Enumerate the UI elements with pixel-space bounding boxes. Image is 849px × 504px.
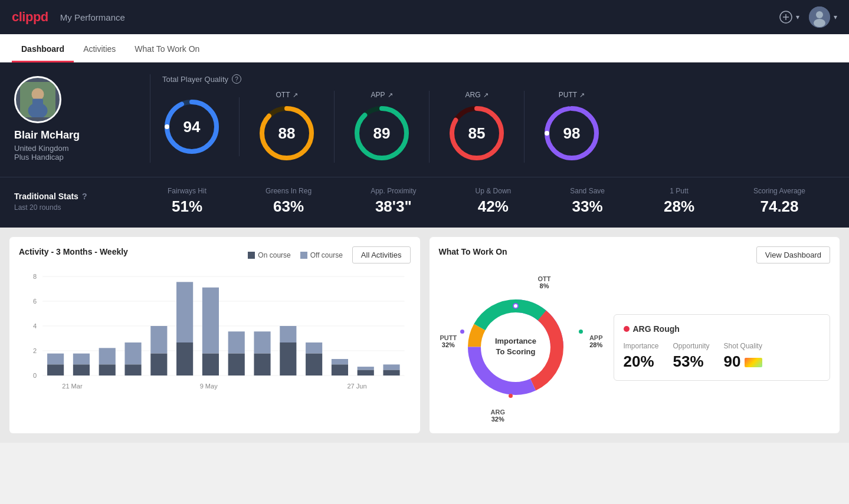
putt-arrow-icon: ↗	[579, 91, 585, 99]
quality-header: Total Player Quality ?	[162, 74, 835, 84]
gauge-value-ott: 88	[278, 124, 296, 143]
svg-text:2: 2	[33, 347, 37, 354]
stats-label-area: Traditional Stats ? Last 20 rounds	[14, 192, 138, 212]
gauge-app: APP ↗ 89	[335, 91, 430, 163]
wtwo-header: What To Work On View Dashboard	[439, 246, 831, 263]
arg-rough-stats: Importance 20% Opportunity 53% Shot Qual…	[624, 342, 821, 371]
stats-section: Traditional Stats ? Last 20 rounds Fairw…	[0, 177, 849, 228]
svg-point-7	[32, 88, 44, 100]
stats-grid: Fairways Hit 51% Greens In Reg 63% App. …	[138, 187, 835, 216]
activity-header: Activity - 3 Months - Weekly On course O…	[19, 246, 411, 263]
stat-value: 63%	[265, 197, 312, 216]
svg-point-19	[450, 131, 454, 136]
donut-label-app: APP28%	[589, 334, 603, 348]
view-dashboard-button[interactable]: View Dashboard	[756, 246, 830, 263]
quality-help-icon[interactable]: ?	[232, 74, 241, 84]
bar-on-course	[254, 354, 270, 375]
tabs-bar: Dashboard Activities What To Work On	[0, 34, 849, 62]
arg-dot-icon	[624, 326, 630, 332]
stat-label: App. Proximity	[371, 187, 416, 195]
tab-what-to-work-on[interactable]: What To Work On	[125, 37, 209, 62]
bar-on-course	[306, 354, 322, 375]
bar-off-course	[47, 354, 64, 365]
svg-point-42	[513, 304, 518, 308]
stat-item: Greens In Reg 63%	[265, 187, 312, 216]
all-activities-button[interactable]: All Activities	[352, 246, 411, 263]
hero-section: Blair McHarg United Kingdom Plus Handica…	[0, 62, 849, 177]
svg-text:21 Mar: 21 Mar	[62, 383, 83, 390]
stat-value: 51%	[168, 197, 206, 216]
stat-label: Scoring Average	[753, 187, 805, 195]
tab-activities[interactable]: Activities	[74, 37, 125, 62]
tab-dashboard[interactable]: Dashboard	[12, 37, 74, 62]
player-country: United Kingdom	[14, 144, 69, 153]
activity-chart-svg: 8 6 4 2 0 21 Mar 9 May 27 Jun	[19, 271, 411, 400]
donut-label-putt: PUTT32%	[440, 334, 457, 348]
logo-text: clippd	[12, 9, 48, 25]
donut-label-arg: ARG32%	[491, 409, 505, 423]
svg-point-22	[545, 131, 549, 136]
user-avatar-button[interactable]: ▾	[809, 6, 837, 28]
bar-on-course	[99, 364, 116, 375]
argh-stat-value: 90	[724, 353, 762, 371]
argh-stat-label: Shot Quality	[724, 342, 762, 350]
svg-point-5	[814, 19, 825, 27]
putt-connector-dot	[460, 330, 464, 334]
svg-text:6: 6	[33, 298, 37, 305]
gauge-ott: OTT ↗ 88	[240, 91, 335, 163]
argh-stat-item: Importance 20%	[624, 342, 659, 371]
bar-on-course	[176, 342, 193, 375]
bar-on-course	[202, 354, 219, 375]
bar-on-course	[73, 364, 90, 375]
stat-item: App. Proximity 38'3"	[371, 187, 416, 216]
stat-value: 38'3"	[371, 197, 416, 216]
quality-title: Total Player Quality	[162, 75, 228, 84]
add-button[interactable]: ▾	[779, 11, 799, 24]
stat-label: Fairways Hit	[168, 187, 206, 195]
argh-stat-value: 20%	[624, 353, 659, 371]
legend-on-course-dot	[248, 252, 255, 259]
svg-point-4	[816, 11, 823, 18]
bar-off-course	[99, 348, 116, 364]
bar-off-course	[202, 288, 219, 354]
arg-rough-card-title: ARG Rough	[624, 324, 821, 334]
bar-off-course	[176, 282, 193, 342]
gauge-label-arg: ARG ↗	[465, 91, 488, 99]
bar-off-course	[124, 342, 141, 364]
chart-area: 8 6 4 2 0 21 Mar 9 May 27 Jun	[19, 271, 411, 400]
stat-value: 33%	[570, 197, 605, 216]
bar-on-course	[383, 370, 399, 375]
gauge-canvas-total: 94	[162, 97, 221, 156]
stat-value: 42%	[476, 197, 512, 216]
stat-label: Greens In Reg	[265, 187, 312, 195]
bar-on-course	[47, 364, 64, 375]
gauge-value-arg: 85	[468, 124, 486, 143]
gauge-canvas-arg: 85	[447, 104, 506, 163]
svg-text:9 May: 9 May	[200, 383, 218, 390]
user-chevron: ▾	[834, 13, 837, 21]
stat-item: 1 Putt 28%	[664, 187, 694, 216]
argh-stat-item: Opportunity 53%	[673, 342, 710, 371]
arg-arrow-icon: ↗	[483, 91, 489, 99]
gauge-canvas-ott: 88	[257, 104, 316, 163]
donut-svg: Importance To Scoring	[457, 288, 575, 406]
svg-rect-9	[32, 98, 43, 107]
stats-subtitle: Last 20 rounds	[14, 203, 138, 212]
nav-title: My Performance	[60, 12, 125, 22]
player-avatar	[14, 76, 61, 123]
stats-help-icon[interactable]: ?	[82, 192, 87, 201]
nav-left: clippd My Performance	[12, 9, 125, 25]
stat-label: Up & Down	[476, 187, 512, 195]
svg-text:0: 0	[33, 372, 37, 379]
gauge-value-putt: 98	[563, 124, 581, 143]
top-nav: clippd My Performance ▾ ▾	[0, 0, 849, 34]
legend-off-course: Off course	[300, 251, 343, 259]
stat-label: 1 Putt	[664, 187, 694, 195]
svg-point-12	[165, 124, 169, 129]
argh-stat-item: Shot Quality 90	[724, 342, 762, 371]
bottom-panels: Activity - 3 Months - Weekly On course O…	[0, 228, 849, 443]
stat-item: Scoring Average 74.28	[753, 187, 805, 216]
argh-stat-label: Opportunity	[673, 342, 710, 350]
player-name: Blair McHarg	[14, 129, 80, 141]
donut-label-ott: OTT8%	[538, 275, 551, 289]
